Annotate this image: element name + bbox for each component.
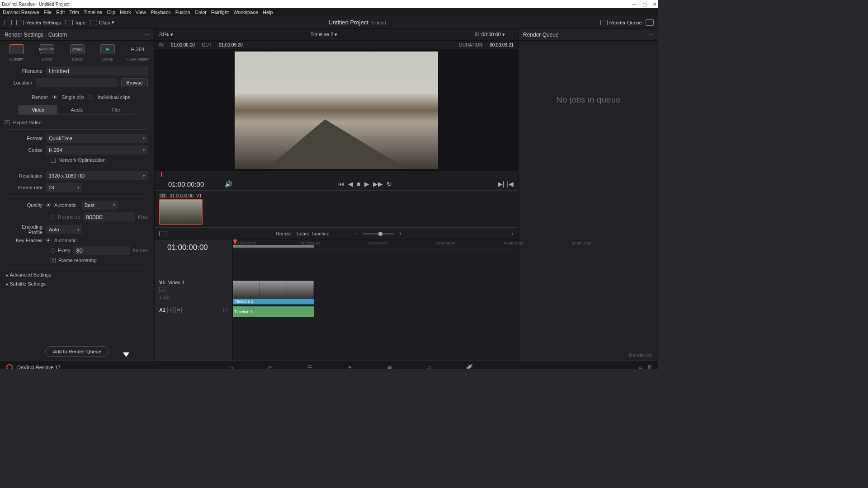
solo-button[interactable]: S: [167, 307, 174, 313]
expand-icon[interactable]: [646, 19, 654, 26]
volume-icon[interactable]: 🔊: [225, 180, 232, 188]
add-to-render-queue-button[interactable]: Add to Render Queue: [45, 346, 109, 357]
settings-icon[interactable]: ⚙: [647, 364, 652, 369]
tab-audio[interactable]: Audio: [57, 105, 96, 114]
timeline-name[interactable]: Timeline 2 ▾: [173, 32, 475, 38]
loop-icon[interactable]: ↻: [387, 180, 392, 188]
minimize-icon[interactable]: —: [632, 2, 636, 7]
layout-icon[interactable]: [5, 20, 12, 25]
video-track-header[interactable]: V1 Video 1 ▭ 1 Clip: [155, 277, 232, 304]
panel-menu-icon[interactable]: ⋯: [144, 32, 150, 38]
preset-custom[interactable]: Custom: [4, 44, 29, 61]
jump-next-icon[interactable]: ▶|: [498, 180, 505, 188]
menu-fusion[interactable]: Fusion: [175, 9, 190, 15]
prev-frame-icon[interactable]: ◀: [348, 180, 353, 188]
radio-restrict[interactable]: [51, 215, 55, 219]
menu-edit[interactable]: Edit: [56, 9, 65, 15]
audio-clip[interactable]: Timeline 1: [233, 306, 314, 317]
audio-track[interactable]: Timeline 1: [233, 306, 518, 317]
zoom-slider[interactable]: [363, 233, 394, 235]
filename-input[interactable]: [46, 66, 148, 75]
keyframes-input[interactable]: [73, 246, 130, 255]
preset-twitter[interactable]: 🐦1080p: [94, 44, 120, 61]
render-range-select[interactable]: Entire Timeline: [297, 231, 351, 236]
menu-file[interactable]: File: [44, 9, 52, 15]
track-video-icon[interactable]: ▭: [159, 287, 165, 293]
profile-select[interactable]: Auto: [46, 225, 82, 234]
next-frame-icon[interactable]: ▶▶: [373, 180, 383, 188]
viewer-scrubber[interactable]: [155, 171, 518, 178]
radio-individual-clips[interactable]: [89, 95, 93, 99]
resolution-select[interactable]: 868 x 488 HD: [46, 171, 148, 180]
tab-video[interactable]: Video: [19, 105, 57, 114]
browse-button[interactable]: Browse: [121, 78, 148, 87]
network-opt-checkbox[interactable]: [51, 158, 56, 163]
location-input[interactable]: [36, 78, 118, 87]
clip-thumbnail[interactable]: [159, 199, 203, 225]
viewer-menu-icon[interactable]: ⋯: [509, 32, 514, 38]
quality-select[interactable]: Best: [82, 201, 118, 210]
close-icon[interactable]: ✕: [653, 2, 656, 7]
frame-reorder-checkbox[interactable]: [51, 258, 56, 263]
preset-h264[interactable]: H.264H.264 Master: [125, 44, 151, 61]
menu-workspace[interactable]: Workspace: [233, 9, 258, 15]
menu-playback[interactable]: Playback: [151, 9, 171, 15]
audio-track-header[interactable]: A1 S M (2): [155, 304, 232, 315]
tab-file[interactable]: File: [97, 105, 136, 114]
music-icon[interactable]: ♪: [511, 231, 514, 236]
timeline-ruler[interactable]: 01:00:00:00 01:00:04:00 01:00:06:00 01:0…: [233, 239, 518, 249]
edit-page-icon[interactable]: ☰: [306, 364, 314, 369]
queue-menu-icon[interactable]: ⋯: [648, 32, 654, 38]
media-page-icon[interactable]: ▭: [226, 364, 235, 369]
codec-select[interactable]: H.264: [46, 145, 148, 155]
first-frame-icon[interactable]: ⏮: [338, 180, 344, 188]
render-all-button[interactable]: Render All: [519, 350, 658, 361]
stop-icon[interactable]: ■: [357, 180, 360, 188]
render-settings-button[interactable]: Render Settings: [16, 20, 61, 25]
radio-keyframes-every[interactable]: [51, 248, 55, 253]
mute-button[interactable]: M: [175, 307, 182, 313]
menu-davinci[interactable]: DaVinci Resolve: [3, 9, 39, 15]
menu-fairlight[interactable]: Fairlight: [211, 9, 229, 15]
menu-mark[interactable]: Mark: [120, 9, 131, 15]
radio-single-clip[interactable]: [52, 95, 57, 99]
play-icon[interactable]: ▶: [364, 180, 369, 188]
framerate-select[interactable]: 24: [46, 183, 82, 192]
deliver-page-icon[interactable]: 🚀: [465, 364, 473, 369]
cut-page-icon[interactable]: ✂: [266, 364, 274, 369]
preset-youtube[interactable]: ▶YouTube1080p: [34, 44, 60, 61]
video-clip[interactable]: Timeline 1: [233, 281, 314, 305]
export-video-checkbox[interactable]: [5, 120, 9, 125]
advanced-settings-toggle[interactable]: Advanced Settings: [0, 270, 154, 279]
fairlight-page-icon[interactable]: ♫: [425, 364, 434, 369]
render-queue-button[interactable]: Render Queue: [600, 20, 642, 25]
viewer[interactable]: [155, 49, 518, 171]
last-frame-icon[interactable]: |◀: [507, 180, 514, 188]
menu-view[interactable]: View: [135, 9, 146, 15]
home-icon[interactable]: ⌂: [639, 364, 642, 369]
playhead-icon[interactable]: [233, 239, 237, 245]
menu-help[interactable]: Help: [263, 9, 273, 15]
menu-timeline[interactable]: Timeline: [84, 9, 102, 15]
fusion-page-icon[interactable]: ✦: [346, 364, 354, 369]
viewer-timecode[interactable]: 01:00:00:00 ▾: [475, 32, 505, 38]
radio-quality-auto[interactable]: [46, 203, 51, 207]
zoom-level[interactable]: 31% ▾: [159, 32, 173, 38]
clips-button[interactable]: Clips ▾: [90, 19, 114, 25]
timeline-view-icon[interactable]: [159, 231, 166, 236]
video-track[interactable]: Timeline 1: [233, 279, 518, 306]
menu-color[interactable]: Color: [195, 9, 207, 15]
radio-keyframes-auto[interactable]: [46, 238, 51, 243]
menu-trim[interactable]: Trim: [69, 9, 79, 15]
maximize-icon[interactable]: ▢: [642, 2, 646, 7]
zoom-in-icon[interactable]: +: [399, 231, 401, 236]
menu-clip[interactable]: Clip: [107, 9, 115, 15]
subtitle-settings-toggle[interactable]: Subtitle Settings: [0, 279, 154, 288]
tape-button[interactable]: Tape: [66, 20, 85, 25]
restrict-input[interactable]: [83, 212, 135, 221]
format-select[interactable]: QuickTime: [46, 134, 148, 143]
color-page-icon[interactable]: ◉: [386, 364, 394, 369]
zoom-out-icon[interactable]: −: [355, 231, 358, 236]
framerate-label: Frame rate: [6, 185, 42, 190]
preset-vimeo[interactable]: vimeo1080p: [64, 44, 90, 61]
